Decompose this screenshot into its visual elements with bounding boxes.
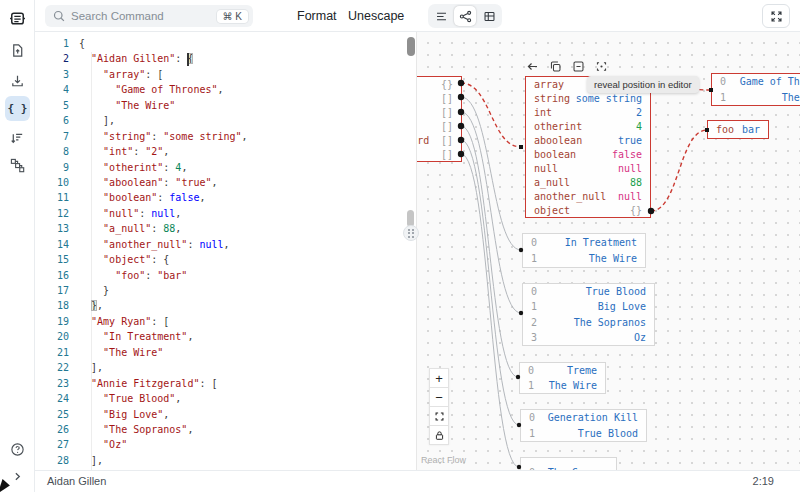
app-window: { } xyxy=(0,0,800,492)
sidebar-item-graph[interactable] xyxy=(5,153,30,178)
line-number: 8 xyxy=(35,144,69,159)
line-number: 17 xyxy=(35,283,69,298)
collapse-node-icon[interactable] xyxy=(571,59,585,73)
graph-node-array-clarke-peters[interactable]: 0The Corner xyxy=(520,457,617,470)
node-row: Annie Fitzgerald[] xyxy=(417,107,461,118)
search-command-input[interactable]: Search Command ⌘ K xyxy=(45,5,253,27)
react-flow-attribution: React Flow xyxy=(421,455,466,465)
fit-view-icon xyxy=(434,411,445,422)
node-row: Clarke Peters[] xyxy=(417,149,461,160)
node-row: 1True Blood xyxy=(521,428,646,439)
search-placeholder: Search Command xyxy=(71,10,217,22)
node-row: a_null88 xyxy=(526,177,650,188)
graph-node-root[interactable]: Aidan Gillen{}Amy Ryan[]Annie Fitzgerald… xyxy=(417,76,462,162)
list-view-button[interactable] xyxy=(430,6,452,26)
sidebar-item-json-editor[interactable]: { } xyxy=(5,96,30,121)
search-shortcut-badge: ⌘ K xyxy=(217,10,248,23)
table-view-icon xyxy=(483,10,496,23)
content-area: 1{2 "Aidan Gillen": {3 "array": [4 "Game… xyxy=(35,32,800,470)
line-number: 5 xyxy=(35,98,69,113)
code-line: 8 "int": "2", xyxy=(35,144,406,159)
node-row: 2The Sopranos xyxy=(523,317,654,328)
lock-icon xyxy=(434,430,445,441)
code-line: 1{ xyxy=(35,36,406,51)
graph-node-array-annie-fitzgerald[interactable]: 0True Blood1Big Love2The Sopranos3Oz xyxy=(522,283,655,346)
sidebar-item-transform[interactable] xyxy=(5,126,30,151)
flow-controls: + − xyxy=(429,369,449,445)
node-row: 3Oz xyxy=(523,332,654,343)
graph-node-array-got[interactable]: 0Game of Thrones1The Wire xyxy=(711,73,800,106)
code-line: 10 "aboolean": "true", xyxy=(35,175,406,190)
line-number: 25 xyxy=(35,407,69,422)
align-left-icon xyxy=(435,10,448,23)
line-number: 2 xyxy=(35,51,69,66)
app-logo-icon xyxy=(9,10,26,27)
zoom-out-button[interactable]: − xyxy=(429,387,449,407)
import-file-icon xyxy=(10,43,25,58)
line-number: 16 xyxy=(35,268,69,283)
line-number: 10 xyxy=(35,175,69,190)
json-braces-icon: { } xyxy=(8,102,28,115)
graph-nodes-icon xyxy=(10,158,25,173)
graph-node-object-foo[interactable]: foobar xyxy=(707,120,769,139)
import-file-button[interactable] xyxy=(5,38,30,63)
node-row: abooleantrue xyxy=(526,135,650,146)
line-number: 6 xyxy=(35,113,69,128)
line-number: 27 xyxy=(35,437,69,452)
line-number: 1 xyxy=(35,36,69,51)
download-icon xyxy=(10,73,25,88)
fit-view-button[interactable] xyxy=(429,406,449,426)
graph-node-array-anwan-glover[interactable]: 0Treme1The Wire xyxy=(519,362,606,394)
graph-canvas[interactable]: reveal position in editor + − React Flow… xyxy=(417,32,800,470)
format-button[interactable]: Format xyxy=(297,0,337,32)
download-button[interactable] xyxy=(5,68,30,93)
fullscreen-button[interactable] xyxy=(762,4,790,28)
code-line: 5 "The Wire" xyxy=(35,98,406,113)
json-code-editor[interactable]: 1{2 "Aidan Gillen": {3 "array": [4 "Game… xyxy=(35,32,406,470)
line-number: 9 xyxy=(35,160,69,175)
line-number: 7 xyxy=(35,129,69,144)
line-number: 14 xyxy=(35,237,69,252)
code-line: 17 } xyxy=(35,283,406,298)
node-row: Aidan Gillen{} xyxy=(417,79,461,90)
graph-view-icon xyxy=(459,10,472,23)
graph-node-selected-object[interactable]: array[]stringsome stringint2otherint4abo… xyxy=(525,76,651,218)
node-row: nullnull xyxy=(526,163,650,174)
search-icon xyxy=(53,10,65,22)
help-icon xyxy=(10,442,25,457)
table-view-button[interactable] xyxy=(478,6,500,26)
unescape-button[interactable]: Unescape xyxy=(348,0,404,32)
lock-button[interactable] xyxy=(429,425,449,445)
code-lines: 1{2 "Aidan Gillen": {3 "array": [4 "Game… xyxy=(35,36,406,470)
node-row: 0In Treatment xyxy=(523,237,645,248)
cursor-position: 2:19 xyxy=(753,475,774,487)
duplicate-icon[interactable] xyxy=(548,59,562,73)
app-logo[interactable] xyxy=(5,6,30,31)
code-line: 6 ], xyxy=(35,113,406,128)
selected-node-path: Aidan Gillen xyxy=(47,475,106,487)
graph-view-button[interactable] xyxy=(454,6,476,26)
code-line: 26 "The Sopranos", xyxy=(35,422,406,437)
text-cursor xyxy=(187,53,189,66)
tooltip: reveal position in editor xyxy=(587,76,699,93)
node-row: 0Treme xyxy=(520,365,605,376)
node-row: foobar xyxy=(708,124,768,135)
node-row: 0Game of Thrones xyxy=(712,76,800,87)
graph-node-array-amy-ryan[interactable]: 0In Treatment1The Wire xyxy=(522,233,646,268)
code-line: 21 "The Wire" xyxy=(35,345,406,360)
toolbar: Search Command ⌘ K Format Unescape xyxy=(35,0,800,32)
line-number: 4 xyxy=(35,82,69,97)
graph-node-array-alexander-skarsgard[interactable]: 0Generation Kill1True Blood xyxy=(520,409,647,442)
code-line: 22 ], xyxy=(35,360,406,375)
code-line: 25 "Big Love", xyxy=(35,407,406,422)
chevron-right-icon xyxy=(11,470,24,483)
zoom-in-button[interactable]: + xyxy=(429,368,449,388)
editor-scrollbar-thumb[interactable] xyxy=(407,37,415,56)
back-icon[interactable] xyxy=(525,59,539,73)
node-row: 1The Wire xyxy=(523,253,645,264)
resize-grip[interactable] xyxy=(403,225,419,241)
code-line: 13 "a_null": 88, xyxy=(35,221,406,236)
reveal-position-icon[interactable] xyxy=(594,59,608,73)
help-button[interactable] xyxy=(5,437,30,462)
line-number: 20 xyxy=(35,329,69,344)
